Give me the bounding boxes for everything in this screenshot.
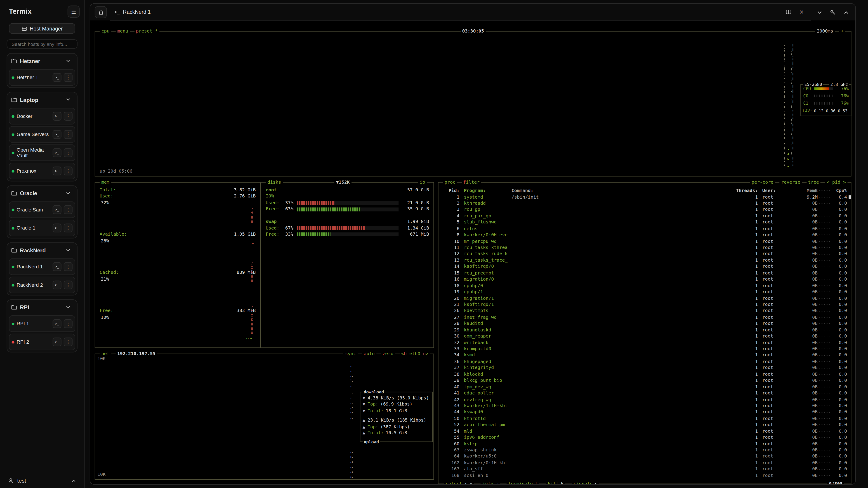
process-row[interactable]: 27inet_frag_wq1root0B0.0 (438, 314, 851, 321)
host-terminal-button[interactable]: >_ (53, 205, 61, 214)
terminal[interactable]: cpu menupreset * 03:30:05 2000ms + E5-26… (90, 21, 855, 485)
folder-header[interactable]: RPI (9, 300, 75, 314)
option[interactable]: auto (362, 351, 376, 357)
folder-collapse-button[interactable] (63, 95, 73, 105)
host-item[interactable]: RackNerd 1>_⋮ (9, 258, 75, 275)
process-row[interactable]: 29khungtaskd1root0B0.0 (438, 327, 851, 333)
col-user[interactable]: User: (762, 188, 793, 194)
host-menu-button[interactable]: ⋮ (64, 205, 72, 214)
search-input[interactable] (6, 39, 77, 49)
host-item[interactable]: Game Servers>_⋮ (9, 126, 75, 142)
folder-collapse-button[interactable] (63, 188, 73, 198)
host-item[interactable]: Docker>_⋮ (9, 108, 75, 125)
footer-option[interactable]: killk (546, 481, 565, 485)
option[interactable]: zero (381, 351, 395, 357)
host-item[interactable]: Hetzner 1>_⋮ (9, 69, 75, 86)
folder-header[interactable]: RackNerd (9, 243, 75, 257)
folder-header[interactable]: Laptop (9, 93, 75, 106)
process-row[interactable]: 8kworker/0:0H-eve1root0B0.0 (438, 232, 851, 238)
col-pid[interactable]: Pid: (443, 188, 459, 194)
process-row[interactable]: 4rcu_par_gp1root0B0.0 (438, 213, 851, 219)
col-program[interactable]: Program: (464, 188, 512, 194)
option[interactable]: < pid > (825, 179, 847, 186)
process-row[interactable]: 16migration/01root0B0.0 (438, 276, 851, 283)
process-row[interactable]: 15rcu_preempt1root0B0.0 (438, 270, 851, 276)
footer-option[interactable]: terminatet (506, 481, 539, 485)
process-row[interactable]: 21ksoftirqd/11root0B0.0 (438, 302, 851, 308)
folder-collapse-button[interactable] (63, 56, 73, 66)
col-threads[interactable]: Threads: (734, 188, 758, 194)
host-item[interactable]: RPI 1>_⋮ (9, 315, 75, 332)
process-row[interactable]: 162kworker/0:1H-kbl1root0B0.0 (438, 460, 851, 466)
host-terminal-button[interactable]: >_ (53, 112, 61, 121)
host-terminal-button[interactable]: >_ (53, 281, 61, 289)
process-row[interactable]: 63zswap-shrink1root0B0.0 (438, 447, 851, 453)
process-row[interactable]: 6netns1root0B0.0 (438, 225, 851, 232)
collapse-panel-button[interactable] (841, 7, 851, 17)
interval-plus[interactable]: + (839, 28, 845, 34)
host-item[interactable]: RPI 2>_⋮ (9, 334, 75, 350)
process-row[interactable]: 64kworker/u5:01root0B0.0 (438, 453, 851, 460)
col-command[interactable]: Command: (512, 188, 683, 194)
process-row[interactable]: 26kdevtmpfs1root0B0.0 (438, 308, 851, 314)
host-menu-button[interactable]: ⋮ (64, 319, 72, 328)
process-row[interactable]: 42devfreq_wq1root0B0.0 (438, 396, 851, 403)
option[interactable]: sync (343, 351, 358, 357)
disk-io-toggle[interactable]: io (418, 179, 427, 186)
process-row[interactable]: 167ata_sff1root0B0.0 (438, 466, 851, 473)
host-terminal-button[interactable]: >_ (53, 73, 61, 82)
host-menu-button[interactable]: ⋮ (64, 337, 72, 346)
process-row[interactable]: 50kthrotld1root0B0.0 (438, 416, 851, 422)
process-row[interactable]: 34ksmd1root0B0.0 (438, 352, 851, 359)
process-row[interactable]: 19cpuhp/11root0B0.0 (438, 289, 851, 295)
process-row[interactable]: 12rcu_tasks_rude_k1root0B0.0 (438, 251, 851, 257)
process-row[interactable]: 18cpuhp/01root0B0.0 (438, 283, 851, 289)
col-mem[interactable]: MemB (793, 188, 817, 194)
footer-option[interactable]: signalss (572, 481, 599, 485)
process-row[interactable]: 3rcu_gp1root0B0.0 (438, 206, 851, 213)
folder-collapse-button[interactable] (63, 245, 73, 255)
process-row[interactable]: 41edac-poller1root0B0.0 (438, 390, 851, 396)
process-row[interactable]: 52acpi_thermal_pm1root0B0.0 (438, 422, 851, 428)
update-interval[interactable]: 2000ms (815, 28, 835, 34)
process-row[interactable]: 54mld1root0B0.0 (438, 428, 851, 434)
host-terminal-button[interactable]: >_ (53, 337, 61, 346)
split-view-button[interactable] (783, 7, 793, 17)
process-row[interactable]: 55ipv6_addrconf1root0B0.0 (438, 434, 851, 441)
host-item[interactable]: Open Media Vault>_⋮ (9, 144, 75, 161)
host-menu-button[interactable]: ⋮ (64, 262, 72, 271)
host-terminal-button[interactable]: >_ (53, 223, 61, 232)
host-menu-button[interactable]: ⋮ (64, 112, 72, 121)
process-row[interactable]: 10mm_percpu_wq1root0B0.0 (438, 238, 851, 245)
process-row[interactable]: 14ksoftirqd/01root0B0.0 (438, 263, 851, 270)
tab-racknerd-1[interactable]: >_ RackNerd 1 × (110, 4, 811, 20)
option[interactable]: per-core (750, 179, 775, 186)
process-row[interactable]: 1systemd/sbin/init1root9.2M0.4 (438, 194, 851, 200)
process-row[interactable]: 36khugepaged1root0B0.0 (438, 359, 851, 365)
host-item[interactable]: Oracle 1>_⋮ (9, 220, 75, 236)
host-menu-button[interactable]: ⋮ (64, 73, 72, 82)
option[interactable]: preset * (134, 28, 159, 34)
folder-collapse-button[interactable] (63, 302, 73, 312)
host-menu-button[interactable]: ⋮ (64, 281, 72, 289)
process-row[interactable]: 43kworker/1:1H-kbl1root0B0.0 (438, 403, 851, 409)
process-row[interactable]: 20migration/11root0B0.0 (438, 295, 851, 302)
process-row[interactable]: 5slub_flushwq1root0B0.0 (438, 219, 851, 225)
footer-option[interactable]: select↓ ↑ (444, 481, 474, 485)
tab-close-button[interactable]: × (797, 7, 807, 17)
host-terminal-button[interactable]: >_ (53, 319, 61, 328)
ssh-keys-button[interactable] (828, 7, 837, 17)
process-row[interactable]: 44kswapd01root0B0.0 (438, 409, 851, 416)
option[interactable]: tree (806, 179, 820, 186)
col-cpu[interactable]: Cpu% (830, 188, 847, 194)
user-menu[interactable]: test (0, 473, 84, 488)
process-row[interactable]: 32writeback1root0B0.0 (438, 339, 851, 346)
host-item[interactable]: Proxmox>_⋮ (9, 163, 75, 179)
host-terminal-button[interactable]: >_ (53, 262, 61, 271)
host-menu-button[interactable]: ⋮ (64, 130, 72, 139)
option[interactable]: <b eth0 n> (399, 351, 430, 357)
process-row[interactable]: 33kcompactd01root0B0.0 (438, 346, 851, 352)
host-terminal-button[interactable]: >_ (53, 130, 61, 139)
footer-option[interactable]: info↵ (481, 481, 500, 485)
host-item[interactable]: Oracle Sam>_⋮ (9, 201, 75, 218)
